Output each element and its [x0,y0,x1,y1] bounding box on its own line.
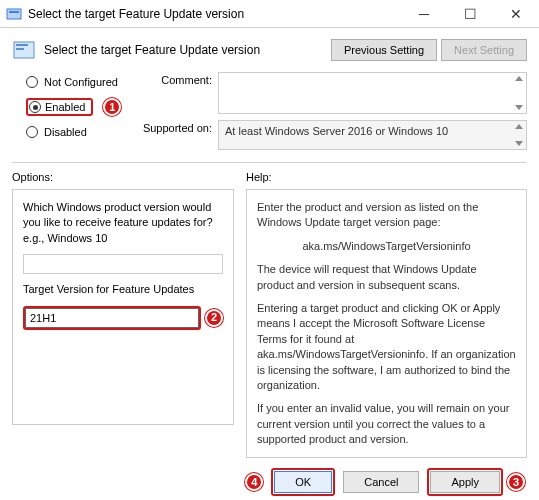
help-label: Help: [246,167,527,189]
radio-icon [29,101,41,113]
supported-label: Supported on: [132,120,212,134]
close-button[interactable]: ✕ [493,0,539,28]
help-column: Help: Enter the product and version as l… [234,167,527,458]
help-paragraph: The device will request that Windows Upd… [257,262,516,293]
previous-setting-button[interactable]: Previous Setting [331,39,437,61]
content-row: Options: Which Windows product version w… [0,167,539,458]
help-paragraph: Enter the product and version as listed … [257,200,516,231]
help-paragraph: If you enter an invalid value, you will … [257,401,516,447]
options-panel: Which Windows product version would you … [12,189,234,425]
radio-disabled[interactable]: Disabled [26,126,132,138]
state-comment-row: Not Configured Enabled 1 Disabled Commen… [0,68,539,154]
header-title: Select the target Feature Update version [44,43,327,57]
app-icon [6,6,22,22]
help-paragraph: Entering a target product and clicking O… [257,301,516,393]
options-label: Options: [12,167,234,189]
svg-rect-0 [7,9,21,19]
target-version-input[interactable] [25,308,199,328]
maximize-button[interactable]: ☐ [447,0,493,28]
apply-button[interactable]: Apply [430,471,500,493]
svg-rect-4 [16,48,24,50]
window-title: Select the target Feature Update version [28,7,401,21]
annotation-badge-3: 3 [507,473,525,491]
svg-rect-3 [16,44,28,46]
footer-buttons: 4 OK Cancel Apply 3 [0,458,539,496]
titlebar: Select the target Feature Update version… [0,0,539,28]
annotation-badge-2: 2 [205,309,223,327]
comment-textarea[interactable] [218,72,527,114]
comment-label: Comment: [132,72,212,86]
options-column: Options: Which Windows product version w… [12,167,234,458]
radio-enabled[interactable]: Enabled [26,98,93,116]
radio-icon [26,126,38,138]
radio-label: Disabled [44,126,87,138]
annotation-badge-4: 4 [245,473,263,491]
minimize-button[interactable]: ─ [401,0,447,28]
radio-label: Not Configured [44,76,118,88]
next-setting-button: Next Setting [441,39,527,61]
cancel-button[interactable]: Cancel [343,471,419,493]
help-panel: Enter the product and version as listed … [246,189,527,458]
annotation-badge-1: 1 [103,98,121,116]
divider [12,162,527,163]
radio-icon [26,76,38,88]
header-row: Select the target Feature Update version… [0,28,539,68]
comment-block: Comment: Supported on: At least Windows … [132,72,527,150]
ok-button[interactable]: OK [274,471,332,493]
product-version-input[interactable] [23,254,223,274]
radio-label: Enabled [45,101,85,113]
help-link-text: aka.ms/WindowsTargetVersioninfo [257,239,516,254]
supported-text: At least Windows Server 2016 or Windows … [218,120,527,150]
target-version-label: Target Version for Feature Updates [23,282,223,297]
policy-icon [10,36,38,64]
product-prompt: Which Windows product version would you … [23,200,223,246]
state-radios: Not Configured Enabled 1 Disabled [12,72,132,150]
radio-not-configured[interactable]: Not Configured [26,76,132,88]
svg-rect-1 [9,11,19,13]
